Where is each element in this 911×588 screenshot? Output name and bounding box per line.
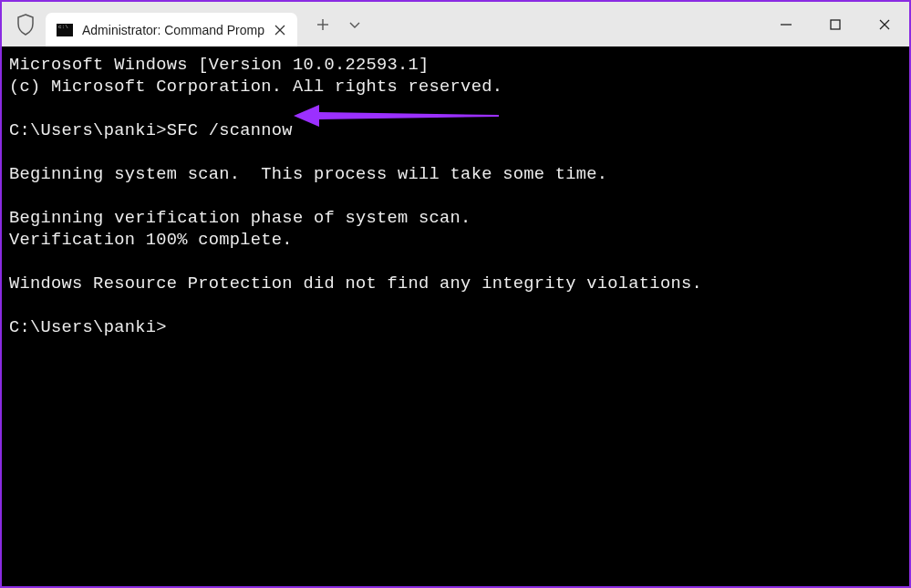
terminal-line: (c) Microsoft Corporation. All rights re… [9, 77, 502, 97]
new-tab-button[interactable] [305, 6, 341, 43]
terminal-line: Beginning system scan. This process will… [9, 164, 607, 184]
terminal-prompt-line: C:\Users\panki> [9, 317, 167, 337]
command-prompt-icon: c:\ [57, 24, 73, 36]
terminal-line: Microsoft Windows [Version 10.0.22593.1] [9, 55, 430, 75]
minimize-button[interactable] [761, 2, 811, 46]
maximize-button[interactable] [811, 2, 860, 46]
svg-marker-8 [294, 105, 499, 127]
svg-rect-5 [831, 20, 840, 29]
terminal-line: Verification 100% complete. [9, 230, 293, 250]
terminal-prompt-line: C:\Users\panki>SFC /scannow [9, 120, 293, 140]
annotation-arrow-icon [294, 102, 503, 129]
window-controls [761, 2, 909, 46]
shield-icon [15, 14, 36, 36]
terminal-line: Windows Resource Protection did not find… [9, 273, 702, 294]
close-button[interactable] [860, 2, 909, 46]
titlebar: c:\ Administrator: Command Promp [2, 2, 909, 46]
terminal-output[interactable]: Microsoft Windows [Version 10.0.22593.1]… [2, 46, 909, 586]
tab-title: Administrator: Command Promp [82, 23, 264, 37]
tab-command-prompt[interactable]: c:\ Administrator: Command Promp [46, 13, 297, 46]
tab-close-button[interactable] [272, 22, 288, 38]
tab-dropdown-button[interactable] [341, 6, 368, 43]
terminal-line: Beginning verification phase of system s… [9, 208, 471, 228]
